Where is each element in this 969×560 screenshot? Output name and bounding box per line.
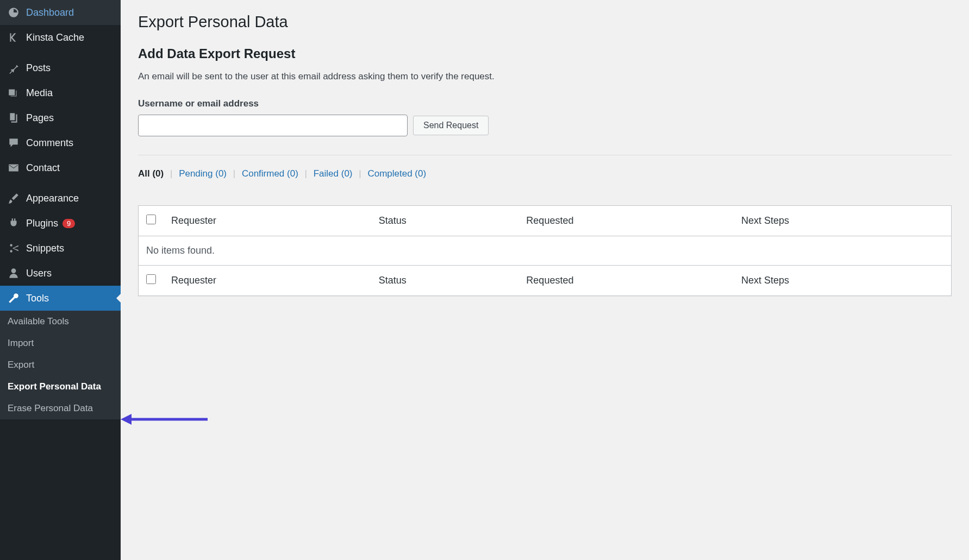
sidebar-item-dashboard[interactable]: Dashboard xyxy=(0,0,121,25)
sidebar-item-contact[interactable]: Contact xyxy=(0,155,121,180)
requests-table: Requester Status Requested Next Steps No… xyxy=(138,205,952,296)
filter-confirmed[interactable]: Confirmed (0) xyxy=(242,168,298,179)
sidebar-item-kinsta-cache[interactable]: Kinsta Cache xyxy=(0,25,121,50)
plug-icon xyxy=(7,217,21,229)
submenu-erase-personal-data[interactable]: Erase Personal Data xyxy=(0,398,121,419)
section-description: An email will be sent to the user at thi… xyxy=(138,71,952,82)
username-email-label: Username or email address xyxy=(138,98,952,109)
filter-pending[interactable]: Pending (0) xyxy=(179,168,227,179)
filter-completed[interactable]: Completed (0) xyxy=(367,168,426,179)
mail-icon xyxy=(7,162,21,174)
col-requester[interactable]: Requester xyxy=(164,206,371,236)
user-icon xyxy=(7,267,21,279)
submenu-export-personal-data[interactable]: Export Personal Data xyxy=(0,376,121,398)
col-status-foot: Status xyxy=(371,266,519,296)
col-status: Status xyxy=(371,206,519,236)
sidebar-item-posts[interactable]: Posts xyxy=(0,55,121,80)
col-requested[interactable]: Requested xyxy=(518,206,734,236)
sidebar-item-label: Appearance xyxy=(26,193,79,204)
send-request-button[interactable]: Send Request xyxy=(413,116,489,135)
kinsta-icon xyxy=(7,32,21,43)
sidebar-item-label: Comments xyxy=(26,137,73,149)
wrench-icon xyxy=(7,292,21,304)
sidebar-item-pages[interactable]: Pages xyxy=(0,105,121,130)
sidebar-item-label: Plugins xyxy=(26,218,58,229)
main-content: Export Personal Data Add Data Export Req… xyxy=(121,0,969,560)
select-all-checkbox-bottom[interactable] xyxy=(146,274,156,284)
sidebar-item-snippets[interactable]: Snippets xyxy=(0,236,121,261)
status-filter-links: All (0) | Pending (0) | Confirmed (0) | … xyxy=(138,168,952,179)
dashboard-icon xyxy=(7,7,21,18)
svg-marker-1 xyxy=(121,414,132,425)
submenu-import[interactable]: Import xyxy=(0,332,121,354)
sidebar-item-label: Users xyxy=(26,268,52,279)
sidebar-item-plugins[interactable]: Plugins 9 xyxy=(0,211,121,236)
table-empty-message: No items found. xyxy=(139,236,952,266)
sidebar-item-media[interactable]: Media xyxy=(0,80,121,105)
sidebar-item-label: Posts xyxy=(26,62,51,74)
sidebar-item-label: Media xyxy=(26,87,53,99)
sidebar-item-label: Kinsta Cache xyxy=(26,32,84,43)
divider xyxy=(138,155,952,155)
col-next-steps-foot: Next Steps xyxy=(734,266,952,296)
sidebar-item-appearance[interactable]: Appearance xyxy=(0,186,121,211)
username-email-input[interactable] xyxy=(138,115,408,136)
select-all-checkbox-top[interactable] xyxy=(146,215,156,224)
submenu-export[interactable]: Export xyxy=(0,354,121,376)
sidebar-item-label: Snippets xyxy=(26,243,64,254)
page-title: Export Personal Data xyxy=(138,13,952,31)
brush-icon xyxy=(7,192,21,204)
admin-sidebar: Dashboard Kinsta Cache Posts Media Pages… xyxy=(0,0,121,560)
sidebar-item-label: Dashboard xyxy=(26,7,74,18)
sidebar-item-label: Tools xyxy=(26,293,49,304)
col-requester-foot[interactable]: Requester xyxy=(164,266,371,296)
sidebar-item-comments[interactable]: Comments xyxy=(0,130,121,155)
scissors-icon xyxy=(7,242,21,254)
sidebar-item-label: Pages xyxy=(26,112,54,124)
tools-submenu: Available Tools Import Export Export Per… xyxy=(0,311,121,419)
media-icon xyxy=(7,87,21,99)
annotation-arrow-icon xyxy=(121,408,208,430)
comments-icon xyxy=(7,137,21,149)
filter-all[interactable]: All (0) xyxy=(138,168,164,179)
section-subtitle: Add Data Export Request xyxy=(138,46,952,61)
sidebar-item-users[interactable]: Users xyxy=(0,261,121,286)
sidebar-item-label: Contact xyxy=(26,162,60,174)
submenu-available-tools[interactable]: Available Tools xyxy=(0,311,121,332)
col-next-steps: Next Steps xyxy=(734,206,952,236)
pin-icon xyxy=(7,62,21,74)
plugins-update-badge: 9 xyxy=(62,219,75,228)
pages-icon xyxy=(7,112,21,124)
sidebar-item-tools[interactable]: Tools xyxy=(0,286,121,311)
export-request-form: Username or email address Send Request xyxy=(138,98,952,136)
col-requested-foot[interactable]: Requested xyxy=(518,266,734,296)
filter-failed[interactable]: Failed (0) xyxy=(314,168,353,179)
